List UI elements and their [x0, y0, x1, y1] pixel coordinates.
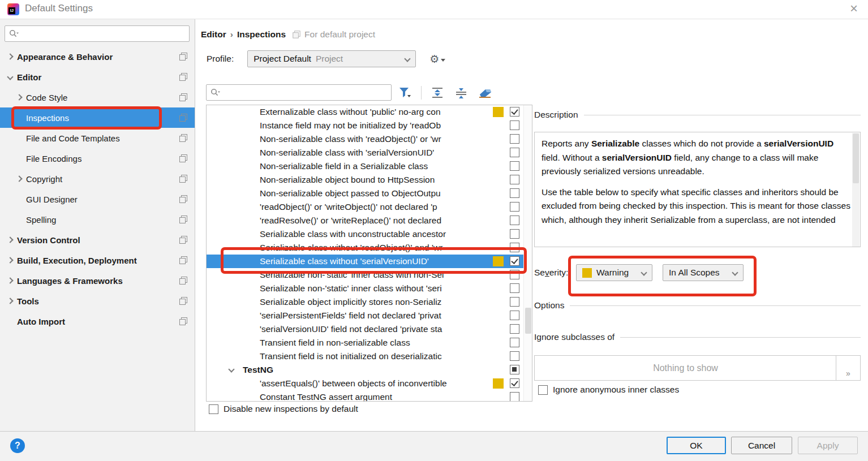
chevron-placeholder — [8, 319, 12, 324]
inspection-row-transient-field-in-non-serializable-clas[interactable]: Transient field in non-serializable clas… — [207, 336, 532, 350]
sidebar-item-file-encodings[interactable]: File Encodings — [0, 148, 195, 169]
inspection-row-transient-field-is-not-initialized-on-de[interactable]: Transient field is not initialized on de… — [207, 350, 532, 363]
ok-button[interactable]: OK — [667, 437, 726, 454]
inspection-row-non-serializable-class-with-serialversio[interactable]: Non-serializable class with 'serialVersi… — [207, 146, 532, 160]
collapse-all-button[interactable] — [453, 85, 469, 100]
scrollbar-thumb[interactable] — [853, 133, 859, 183]
help-button[interactable]: ? — [10, 438, 25, 453]
inspection-checkbox[interactable] — [510, 270, 519, 279]
sidebar-item-file-and-code-templates[interactable]: File and Code Templates — [0, 128, 195, 148]
inspection-checkbox[interactable] — [510, 297, 519, 307]
sidebar-item-code-style[interactable]: Code Style — [0, 87, 195, 107]
inspection-checkbox[interactable] — [510, 148, 519, 157]
inspection-checkbox[interactable] — [510, 188, 519, 198]
inspection-checkbox[interactable] — [510, 120, 519, 130]
inspection-checkbox[interactable] — [510, 134, 519, 144]
sidebar-item-languages-frameworks[interactable]: Languages & Frameworks — [0, 270, 195, 291]
chevron-right-icon[interactable] — [16, 175, 22, 182]
shared-settings-icon — [179, 236, 187, 244]
cancel-button[interactable]: Cancel — [731, 437, 792, 454]
inspection-row-serializable-class-without-readobject-an[interactable]: Serializable class without 'readObject()… — [207, 241, 532, 255]
scope-dropdown[interactable]: In All Scopes — [663, 264, 744, 281]
inspection-row-readresolve-or-writereplace-not-declared[interactable]: 'readResolve()' or 'writeReplace()' not … — [207, 214, 532, 227]
inspection-row-non-serializable-field-in-a-serializable[interactable]: Non-serializable field in a Serializable… — [207, 160, 532, 173]
settings-content: Editor › Inspections For default project… — [196, 19, 868, 431]
chevron-right-icon[interactable] — [7, 236, 13, 243]
inspection-checkbox[interactable] — [510, 378, 519, 388]
inspection-label: Serializable object implicitly stores no… — [260, 296, 488, 308]
inspections-search-input[interactable] — [206, 84, 392, 101]
sidebar-item-version-control[interactable]: Version Control — [0, 230, 195, 250]
sidebar-item-appearance-behavior[interactable]: Appearance & Behavior — [0, 46, 195, 67]
inspection-checkbox[interactable] — [510, 229, 519, 239]
inspection-row-constant-testng-assert-argument[interactable]: Constant TestNG assert argument — [207, 390, 532, 402]
inspection-checkbox[interactable] — [510, 283, 519, 293]
inspection-row-non-serializable-object-bound-to-httpses[interactable]: Non-serializable object bound to HttpSes… — [207, 173, 532, 187]
disable-new-inspections-checkbox[interactable] — [209, 404, 218, 414]
chevron-down-icon[interactable] — [7, 74, 13, 80]
breadcrumb-editor[interactable]: Editor — [201, 29, 226, 40]
expand-all-button[interactable] — [429, 85, 445, 100]
inspection-row-serializable-class-without-serialversion[interactable]: Serializable class without 'serialVersio… — [207, 255, 532, 268]
inspection-row-externalizable-class-without-public-no-a[interactable]: Externalizable class without 'public' no… — [207, 105, 532, 119]
inspections-toolbar — [397, 84, 493, 101]
inspection-checkbox[interactable] — [510, 243, 519, 252]
eraser-icon — [478, 87, 492, 98]
sidebar-item-copyright[interactable]: Copyright — [0, 169, 195, 189]
scrollbar-thumb[interactable] — [525, 308, 531, 334]
inspection-checkbox[interactable] — [510, 175, 519, 184]
chevron-right-icon[interactable] — [7, 277, 13, 283]
inspection-checkbox[interactable] — [510, 107, 519, 117]
chevron-right-icon[interactable] — [16, 94, 22, 100]
profile-dropdown[interactable]: Project Default Project — [247, 50, 416, 67]
chevron-right-icon[interactable] — [7, 257, 13, 263]
inspection-row-assertequals-between-objects-of-inconver[interactable]: 'assertEquals()' between objects of inco… — [207, 377, 532, 390]
inspection-row-serialversionuid-field-not-declared-priv[interactable]: 'serialVersionUID' field not declared 'p… — [207, 322, 532, 336]
chevron-right-icon[interactable] — [7, 53, 13, 59]
sidebar-item-inspections[interactable]: Inspections — [0, 107, 195, 128]
sidebar-item-gui-designer[interactable]: GUI Designer — [0, 189, 195, 209]
inspection-checkbox[interactable] — [510, 161, 519, 171]
filter-button[interactable] — [397, 85, 413, 100]
inspection-row-instance-field-may-not-be-initialized-by[interactable]: Instance field may not be initialized by… — [207, 119, 532, 132]
inspection-checkbox[interactable] — [510, 351, 519, 361]
profile-actions-button[interactable]: ⚙ — [429, 53, 445, 66]
close-icon[interactable]: × — [846, 1, 861, 16]
shared-settings-icon — [179, 73, 187, 81]
chevron-right-icon[interactable] — [7, 298, 13, 304]
inspection-checkbox[interactable] — [510, 311, 519, 320]
apply-button[interactable]: Apply — [798, 437, 858, 454]
inspection-row-serializable-non-static-inner-class-with[interactable]: Serializable non-'static' inner class wi… — [207, 268, 532, 282]
description-scrollbar[interactable] — [852, 133, 860, 247]
sidebar-item-auto-import[interactable]: Auto Import — [0, 311, 195, 331]
inspection-row-serializable-object-implicitly-stores-no[interactable]: Serializable object implicitly stores no… — [207, 295, 532, 309]
inspection-row-non-serializable-object-passed-to-object[interactable]: Non-serializable object passed to Object… — [207, 187, 532, 200]
settings-search-input[interactable] — [5, 25, 190, 42]
chevron-down-icon[interactable] — [228, 366, 234, 372]
search-icon — [210, 88, 220, 97]
inspection-row-readobject-or-writeobject-not-declared-p[interactable]: 'readObject()' or 'writeObject()' not de… — [207, 200, 532, 214]
reset-button[interactable] — [477, 85, 493, 100]
inspection-row-serialpersistentfields-field-not-declare[interactable]: 'serialPersistentFields' field not decla… — [207, 309, 532, 322]
inspection-checkbox[interactable] — [510, 338, 519, 347]
sidebar-item-spelling[interactable]: Spelling — [0, 209, 195, 230]
inspection-checkbox[interactable] — [510, 392, 519, 402]
inspection-row-non-serializable-class-with-readobject-o[interactable]: Non-serializable class with 'readObject(… — [207, 132, 532, 146]
inspection-row-testng[interactable]: TestNG — [207, 363, 532, 377]
sidebar-item-build-execution-deployment[interactable]: Build, Execution, Deployment — [0, 250, 195, 270]
inspection-row-serializable-class-with-unconstructable-[interactable]: Serializable class with unconstructable … — [207, 227, 532, 241]
inspection-checkbox[interactable] — [510, 202, 519, 212]
sidebar-item-editor[interactable]: Editor — [0, 67, 195, 87]
excluded-classes-table[interactable]: Nothing to show » — [534, 355, 861, 381]
list-scrollbar[interactable] — [523, 105, 532, 401]
inspection-checkbox[interactable] — [510, 324, 519, 334]
chevron-down-icon — [405, 55, 411, 62]
inspection-checkbox[interactable] — [510, 256, 519, 266]
inspection-checkbox[interactable] — [510, 365, 519, 374]
inspection-checkbox[interactable] — [510, 216, 519, 225]
ignore-anonymous-checkbox[interactable] — [538, 385, 548, 395]
inspection-row-serializable-non-static-inner-class-with[interactable]: Serializable non-'static' inner class wi… — [207, 282, 532, 295]
expand-table-button[interactable]: » — [836, 356, 860, 380]
severity-dropdown[interactable]: Warning — [576, 264, 652, 281]
sidebar-item-tools[interactable]: Tools — [0, 291, 195, 311]
